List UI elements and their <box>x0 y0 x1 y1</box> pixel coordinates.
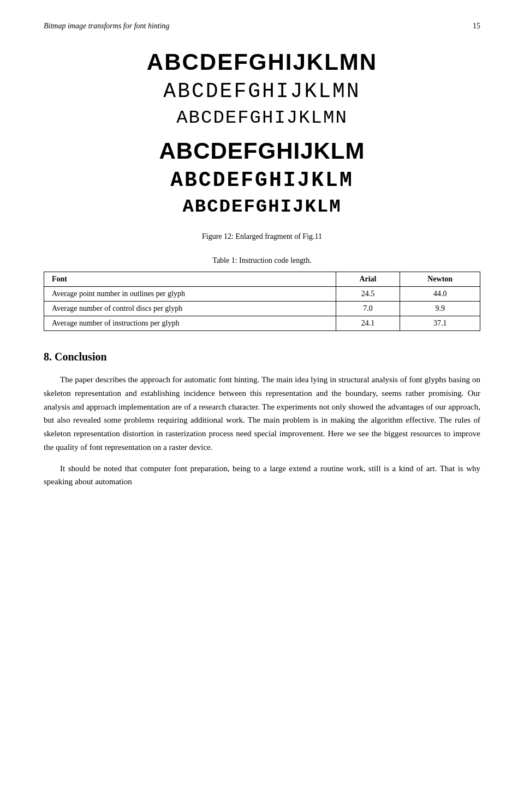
table-cell-row1-col3: 44.0 <box>400 287 480 302</box>
table-header-font: Font <box>44 272 336 287</box>
font-display-row-2: ABCDEFGHIJKLMN <box>163 80 360 103</box>
table-cell-row2-col1: Average number of control discs per glyp… <box>44 302 336 316</box>
font-display-row-4: ABCDEFGHIJKLM <box>159 138 365 164</box>
table-cell-row1-col2: 24.5 <box>336 287 400 302</box>
font-display-row-6: ABCDEFGHIJKLM <box>182 196 341 217</box>
font-display-row-5: ABCDEFGHIJKLM <box>170 169 353 192</box>
font-display-section: ABCDEFGHIJKLMN ABCDEFGHIJKLMN ABCDEFGHIJ… <box>44 47 480 219</box>
section-heading: 8. Conclusion <box>44 351 480 363</box>
data-table: Font Arial Newton Average point number i… <box>44 272 480 331</box>
page-header: Bitmap image transforms for font hinting… <box>44 22 480 31</box>
header-page-number: 15 <box>473 22 480 31</box>
body-paragraph-1: The paper describes the approach for aut… <box>44 373 480 454</box>
table-header-arial: Arial <box>336 272 400 287</box>
table-cell-row3-col2: 24.1 <box>336 316 400 331</box>
table-header-newton: Newton <box>400 272 480 287</box>
table-cell-row2-col2: 7.0 <box>336 302 400 316</box>
table-row: Average number of control discs per glyp… <box>44 302 480 316</box>
table-caption: Table 1: Instruction code length. <box>44 256 480 265</box>
table-cell-row3-col3: 37.1 <box>400 316 480 331</box>
body-paragraph-2: It should be noted that computer font pr… <box>44 462 480 489</box>
table-row: Average point number in outlines per gly… <box>44 287 480 302</box>
table-cell-row3-col1: Average number of instructions per glyph <box>44 316 336 331</box>
table-cell-row2-col3: 9.9 <box>400 302 480 316</box>
table-row: Average number of instructions per glyph… <box>44 316 480 331</box>
font-display-row-1: ABCDEFGHIJKLMN <box>147 49 377 75</box>
section-number: 8. <box>44 351 52 363</box>
font-display-row-3: ABCDEFGHIJKLMN <box>176 107 348 128</box>
figure-caption: Figure 12: Enlarged fragment of Fig.11 <box>44 232 480 241</box>
table-cell-row1-col1: Average point number in outlines per gly… <box>44 287 336 302</box>
header-title: Bitmap image transforms for font hinting <box>44 22 170 31</box>
section-title: Conclusion <box>55 351 107 363</box>
